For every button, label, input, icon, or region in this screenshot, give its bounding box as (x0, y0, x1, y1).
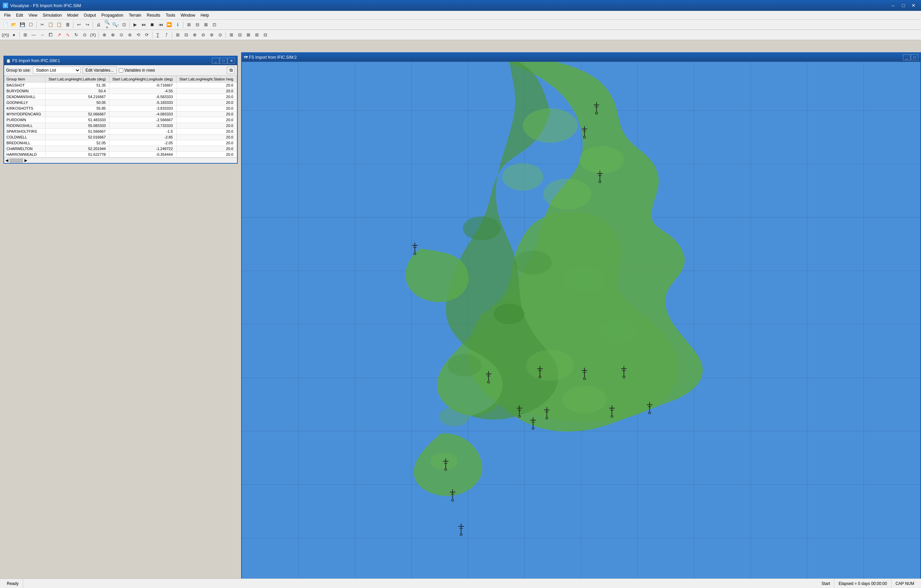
toolbar2-btn19[interactable]: ⤴ (162, 31, 171, 39)
toolbar-btn-cut[interactable]: ✂ (38, 21, 46, 29)
table-row[interactable]: SPARSHOLTFIRS 51.566667 -1.5 20.0 (5, 129, 237, 135)
table-row[interactable]: RIDDINGSHILL 55.083333 -3.733333 20.0 (5, 123, 237, 129)
toolbar2-btn24[interactable]: ⊛ (208, 31, 216, 39)
menu-output[interactable]: Output (81, 11, 99, 19)
toolbar2-btn9[interactable]: ↻ (72, 31, 80, 39)
toolbar-btn-save[interactable]: 💾 (18, 21, 26, 29)
toolbar2-btn25[interactable]: ⊙ (216, 31, 224, 39)
table-row[interactable]: BREDONHILL 52.05 -2.05 20.0 (5, 140, 237, 146)
toolbar2-btn21[interactable]: ⊟ (182, 31, 190, 39)
horizontal-scrollbar[interactable]: ◀ ▶ (4, 158, 237, 163)
toolbar-btn-info[interactable]: ℹ (174, 21, 182, 29)
toolbar2-btn20[interactable]: ⊞ (174, 31, 182, 39)
toolbar-btn-fit[interactable]: ⊡ (120, 21, 128, 29)
table-row[interactable]: COLDWELL 52.016667 -2.85 20.0 (5, 135, 237, 140)
menu-edit[interactable]: Edit (13, 11, 26, 19)
table-row[interactable]: BURYDOWN 50.4 -4.55 20.0 (5, 88, 237, 94)
cell-height: 20.0 (176, 83, 237, 88)
cell-height: 20.0 (176, 140, 237, 146)
toolbar2-btn18[interactable]: ∑ (154, 31, 162, 39)
toolbar-btn-open[interactable]: 📂 (10, 21, 18, 29)
toolbar-btn-save2[interactable]: ☐ (27, 21, 35, 29)
toolbar-btn-copy[interactable]: 📋 (47, 21, 55, 29)
window2-maximize[interactable]: □ (911, 54, 918, 60)
menu-simulation[interactable]: Simulation (40, 11, 65, 19)
window2-minimize[interactable]: _ (903, 54, 910, 60)
table-row[interactable]: KIRKOSHOTTS 55.85 -3.833333 20.0 (5, 106, 237, 111)
toolbar2-btn7[interactable]: ↗ (55, 31, 63, 39)
toolbar2-btn15[interactable]: ⊚ (126, 31, 134, 39)
toolbar-btn-more3[interactable]: ⊠ (202, 21, 210, 29)
toolbar-btn-zoom-out[interactable]: 🔍- (111, 21, 120, 29)
toolbar2-btn29[interactable]: ⊞ (253, 31, 261, 39)
toolbar2-btn23[interactable]: ⊖ (199, 31, 207, 39)
toolbar2-btn8[interactable]: ⤡ (63, 31, 72, 39)
table-row[interactable]: GOONHILLY 50.05 -5.183333 20.0 (5, 100, 237, 106)
toolbar-btn-new[interactable]: 📄 (2, 21, 10, 29)
menu-model[interactable]: Model (65, 11, 81, 19)
toolbar2-btn4[interactable]: — (29, 31, 38, 39)
toolbar-btn-more4[interactable]: ⊡ (210, 21, 218, 29)
menu-view[interactable]: View (26, 11, 40, 19)
copy-icon-button[interactable]: ⧉ (227, 67, 235, 74)
close-button[interactable]: ✕ (909, 2, 918, 10)
menu-terrain[interactable]: Terrain (126, 11, 144, 19)
menu-window[interactable]: Window (178, 11, 198, 19)
svg-point-28 (463, 216, 501, 240)
table-row[interactable]: PURDOWN 51.483333 -2.566667 20.0 (5, 117, 237, 123)
minimize-button[interactable]: – (888, 2, 898, 10)
toolbar2-btn26[interactable]: ⊞ (227, 31, 235, 39)
toolbar-btn-ff[interactable]: ⏩ (165, 21, 173, 29)
toolbar-btn-step[interactable]: ⏭ (140, 21, 148, 29)
variables-in-rows-checkbox[interactable] (119, 68, 123, 73)
menu-results[interactable]: Results (144, 11, 163, 19)
toolbar-btn-paste[interactable]: 📋 (55, 21, 63, 29)
toolbar2-btn3[interactable]: ⊞ (21, 31, 29, 39)
toolbar-btn-prev[interactable]: ⏮ (156, 21, 165, 29)
window1-maximize[interactable]: □ (220, 58, 227, 64)
toolbar-btn-delete[interactable]: 🗑 (63, 21, 72, 29)
toolbar2-btn16[interactable]: ⟲ (134, 31, 142, 39)
table-row[interactable]: CHARWELTON 52.201944 -1.249722 20.0 (5, 146, 237, 152)
toolbar-btn-stop[interactable]: ⏹ (148, 21, 156, 29)
svg-point-31 (494, 304, 525, 324)
menu-propagation[interactable]: Propagation (99, 11, 126, 19)
toolbar2-btn2[interactable]: ● (10, 31, 18, 39)
toolbar2-btn22[interactable]: ⊕ (190, 31, 199, 39)
toolbar-btn-more1[interactable]: ⊞ (185, 21, 193, 29)
menu-help[interactable]: Help (198, 11, 212, 19)
edit-variables-button[interactable]: Edit Variables... (83, 67, 117, 74)
toolbar-btn-print[interactable]: 🖨 (94, 21, 103, 29)
toolbar2-btn1[interactable]: ((•)) (2, 31, 10, 39)
scroll-thumb[interactable] (10, 159, 23, 162)
toolbar2-btn5[interactable]: → (38, 31, 46, 39)
toolbar2-btn27[interactable]: ⊟ (236, 31, 244, 39)
group-select[interactable]: Station List (33, 67, 80, 74)
menu-file[interactable]: File (2, 11, 13, 19)
toolbar-btn-run[interactable]: ▶ (131, 21, 139, 29)
maximize-button[interactable]: □ (898, 2, 908, 10)
table-row[interactable]: MYNYDDPENCARG 52.066667 -4.083333 20.0 (5, 111, 237, 117)
table-row[interactable]: DEADMANSHILL 54.216667 -6.583333 20.0 (5, 94, 237, 100)
window1-close[interactable]: ✕ (228, 58, 235, 64)
toolbar2-btn17[interactable]: ⟳ (143, 31, 151, 39)
toolbar-btn-more2[interactable]: ⊟ (193, 21, 202, 29)
toolbar2-btn10[interactable]: ⊙ (80, 31, 89, 39)
toolbar-btn-zoom-in[interactable]: 🔍+ (103, 21, 111, 29)
table-row[interactable]: BAGSHOT 51.35 -0.716667 20.0 (5, 83, 237, 88)
toolbar-btn-undo[interactable]: ↩ (75, 21, 83, 29)
cell-longitude: -0.354444 (109, 152, 176, 158)
toolbar2-btn11[interactable]: (X) (89, 31, 97, 39)
toolbar2-btn12[interactable]: ⊕ (100, 31, 108, 39)
table-row[interactable]: HARROWWEALD 51.622778 -0.354444 20.0 (5, 152, 237, 158)
variables-in-rows-label[interactable]: Variables in rows (119, 68, 155, 73)
toolbar2-btn14[interactable]: ⊙ (117, 31, 125, 39)
toolbar2-btn6[interactable]: ⧠ (47, 31, 55, 39)
toolbar2-btn30[interactable]: ⊟ (261, 31, 269, 39)
toolbar-btn-redo[interactable]: ↪ (83, 21, 91, 29)
table-scroll-container[interactable]: Group Item Start LatLongHeight.Latitude … (4, 76, 237, 158)
toolbar2-btn13[interactable]: ⊗ (109, 31, 117, 39)
window1-minimize[interactable]: _ (212, 58, 220, 64)
toolbar2-btn28[interactable]: ⊠ (244, 31, 252, 39)
menu-tools[interactable]: Tools (163, 11, 178, 19)
